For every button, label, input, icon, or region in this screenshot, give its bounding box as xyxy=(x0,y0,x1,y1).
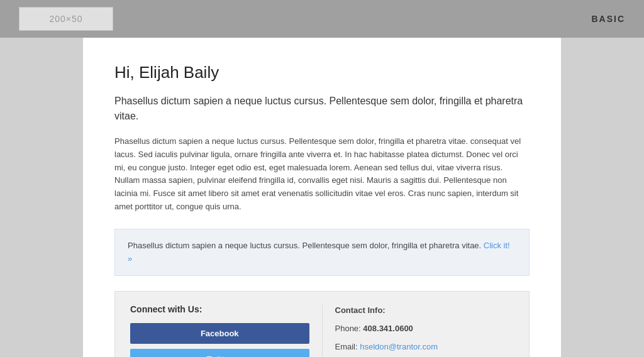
main-content: Hi, Elijah Baily Phasellus dictum sapien… xyxy=(83,38,561,357)
quote-text: Phasellus dictum sapien a neque luctus c… xyxy=(128,241,481,250)
header: 200×50 BASIC xyxy=(0,0,644,38)
contact-column: Contact Info: Phone: 408.341.0600 Email:… xyxy=(322,304,514,357)
connect-title: Connect with Us: xyxy=(130,304,309,314)
nav-label: BASIC xyxy=(591,14,625,24)
body-paragraph: Phasellus dictum sapien a neque luctus c… xyxy=(114,135,530,214)
phone-label: Phone: xyxy=(335,324,361,333)
greeting-heading: Hi, Elijah Baily xyxy=(114,63,530,82)
email-link[interactable]: hseldon@trantor.com xyxy=(360,342,438,351)
subtitle-text: Phasellus dictum sapien a neque luctus c… xyxy=(114,94,530,124)
contact-title: Contact Info: xyxy=(335,304,514,317)
email-label: Email: xyxy=(335,342,358,351)
connect-column: Connect with Us: Facebook Twitter Google… xyxy=(130,304,322,357)
phone-info: Phone: 408.341.0600 xyxy=(335,322,514,336)
connect-panel: Connect with Us: Facebook Twitter Google… xyxy=(114,291,530,357)
facebook-button[interactable]: Facebook xyxy=(130,323,309,344)
phone-number: 408.341.0600 xyxy=(363,324,413,333)
twitter-button[interactable]: Twitter xyxy=(130,349,309,357)
logo-text: 200×50 xyxy=(49,14,82,24)
email-info: Email: hseldon@trantor.com xyxy=(335,341,514,354)
quote-box: Phasellus dictum sapien a neque luctus c… xyxy=(114,229,530,277)
logo-box: 200×50 xyxy=(19,7,113,31)
